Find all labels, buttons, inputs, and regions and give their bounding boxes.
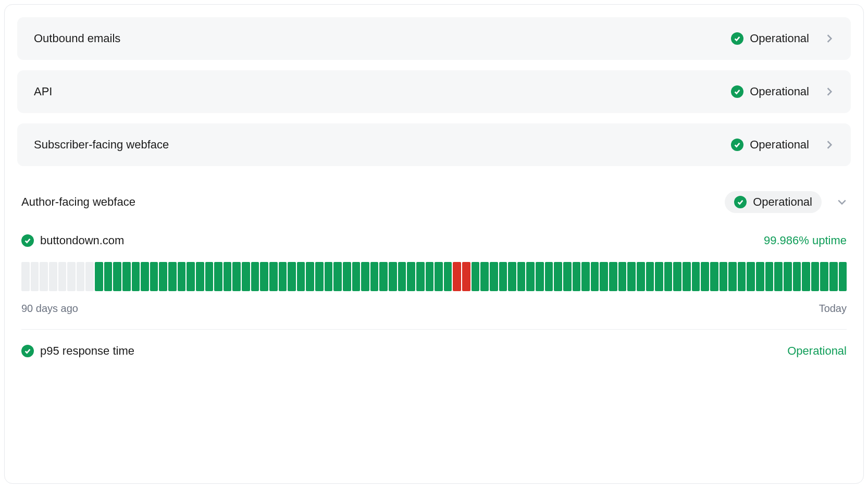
uptime-day-bar[interactable]: [398, 262, 406, 291]
range-end: Today: [819, 303, 847, 315]
uptime-day-bar[interactable]: [315, 262, 324, 291]
uptime-day-bar[interactable]: [600, 262, 608, 291]
uptime-day-bar[interactable]: [113, 262, 121, 291]
uptime-day-bar[interactable]: [31, 262, 39, 291]
uptime-day-bar[interactable]: [802, 262, 810, 291]
check-circle-icon: [731, 139, 743, 151]
uptime-day-bar[interactable]: [435, 262, 443, 291]
uptime-day-bar[interactable]: [260, 262, 268, 291]
uptime-day-bar[interactable]: [618, 262, 627, 291]
uptime-day-bar[interactable]: [701, 262, 709, 291]
monitor-title: p95 response time: [40, 344, 134, 358]
uptime-day-bar[interactable]: [95, 262, 103, 291]
uptime-day-bar[interactable]: [581, 262, 590, 291]
uptime-day-bar[interactable]: [517, 262, 526, 291]
uptime-day-bar[interactable]: [297, 262, 305, 291]
uptime-day-bar[interactable]: [462, 262, 470, 291]
monitor-buttondown: buttondown.com 99.986% uptime 90 days ag…: [21, 234, 847, 330]
uptime-day-bar[interactable]: [224, 262, 232, 291]
uptime-day-bar[interactable]: [508, 262, 516, 291]
uptime-day-bar[interactable]: [361, 262, 369, 291]
uptime-day-bar[interactable]: [306, 262, 314, 291]
uptime-day-bar[interactable]: [232, 262, 241, 291]
uptime-day-bar[interactable]: [793, 262, 801, 291]
uptime-day-bar[interactable]: [756, 262, 764, 291]
uptime-day-bar[interactable]: [426, 262, 434, 291]
expanded-header[interactable]: Author-facing webface Operational: [21, 182, 847, 234]
uptime-day-bar[interactable]: [490, 262, 498, 291]
uptime-day-bar[interactable]: [187, 262, 195, 291]
uptime-day-bar[interactable]: [747, 262, 755, 291]
uptime-day-bar[interactable]: [554, 262, 562, 291]
service-row-subscriber-webface[interactable]: Subscriber-facing webface Operational: [17, 123, 851, 166]
service-row-outbound-emails[interactable]: Outbound emails Operational: [17, 17, 851, 60]
chevron-right-icon: [825, 140, 834, 149]
uptime-day-bar[interactable]: [77, 262, 85, 291]
uptime-day-bar[interactable]: [214, 262, 222, 291]
uptime-day-bar[interactable]: [40, 262, 48, 291]
uptime-day-bar[interactable]: [683, 262, 691, 291]
uptime-day-bar[interactable]: [67, 262, 76, 291]
uptime-day-bar[interactable]: [573, 262, 581, 291]
uptime-day-bar[interactable]: [738, 262, 746, 291]
uptime-day-bar[interactable]: [526, 262, 535, 291]
uptime-day-bar[interactable]: [279, 262, 287, 291]
uptime-day-bar[interactable]: [58, 262, 67, 291]
uptime-day-bar[interactable]: [150, 262, 158, 291]
uptime-day-bar[interactable]: [829, 262, 838, 291]
uptime-day-bar[interactable]: [774, 262, 783, 291]
uptime-day-bar[interactable]: [343, 262, 351, 291]
uptime-day-bar[interactable]: [710, 262, 718, 291]
uptime-day-bar[interactable]: [288, 262, 296, 291]
uptime-day-bar[interactable]: [499, 262, 507, 291]
uptime-day-bar[interactable]: [728, 262, 737, 291]
uptime-day-bar[interactable]: [692, 262, 700, 291]
uptime-day-bar[interactable]: [159, 262, 167, 291]
uptime-day-bar[interactable]: [132, 262, 140, 291]
uptime-day-bar[interactable]: [720, 262, 728, 291]
status-page: Outbound emails Operational API Operatio…: [4, 4, 864, 484]
uptime-day-bar[interactable]: [104, 262, 113, 291]
uptime-day-bar[interactable]: [839, 262, 847, 291]
uptime-day-bar[interactable]: [655, 262, 663, 291]
uptime-day-bar[interactable]: [178, 262, 186, 291]
uptime-day-bar[interactable]: [407, 262, 415, 291]
service-row-api[interactable]: API Operational: [17, 70, 851, 113]
uptime-day-bar[interactable]: [389, 262, 397, 291]
uptime-day-bar[interactable]: [205, 262, 214, 291]
uptime-day-bar[interactable]: [269, 262, 278, 291]
uptime-day-bar[interactable]: [379, 262, 388, 291]
uptime-day-bar[interactable]: [673, 262, 681, 291]
uptime-day-bar[interactable]: [609, 262, 617, 291]
uptime-day-bar[interactable]: [196, 262, 204, 291]
uptime-day-bar[interactable]: [627, 262, 636, 291]
uptime-day-bar[interactable]: [325, 262, 333, 291]
uptime-day-bar[interactable]: [370, 262, 379, 291]
uptime-day-bar[interactable]: [251, 262, 259, 291]
uptime-day-bar[interactable]: [591, 262, 599, 291]
uptime-day-bar[interactable]: [333, 262, 342, 291]
uptime-day-bar[interactable]: [21, 262, 30, 291]
uptime-day-bar[interactable]: [453, 262, 461, 291]
uptime-day-bar[interactable]: [480, 262, 489, 291]
uptime-day-bar[interactable]: [811, 262, 820, 291]
uptime-day-bar[interactable]: [646, 262, 654, 291]
uptime-day-bar[interactable]: [141, 262, 149, 291]
uptime-day-bar[interactable]: [49, 262, 57, 291]
uptime-day-bar[interactable]: [242, 262, 250, 291]
uptime-day-bar[interactable]: [536, 262, 544, 291]
uptime-day-bar[interactable]: [352, 262, 361, 291]
uptime-day-bar[interactable]: [563, 262, 572, 291]
uptime-day-bar[interactable]: [637, 262, 645, 291]
uptime-day-bar[interactable]: [444, 262, 452, 291]
uptime-day-bar[interactable]: [122, 262, 131, 291]
uptime-day-bar[interactable]: [85, 262, 94, 291]
uptime-day-bar[interactable]: [765, 262, 774, 291]
uptime-day-bar[interactable]: [168, 262, 177, 291]
uptime-day-bar[interactable]: [820, 262, 828, 291]
uptime-day-bar[interactable]: [664, 262, 673, 291]
uptime-day-bar[interactable]: [472, 262, 480, 291]
uptime-day-bar[interactable]: [545, 262, 553, 291]
uptime-day-bar[interactable]: [784, 262, 792, 291]
uptime-day-bar[interactable]: [416, 262, 425, 291]
